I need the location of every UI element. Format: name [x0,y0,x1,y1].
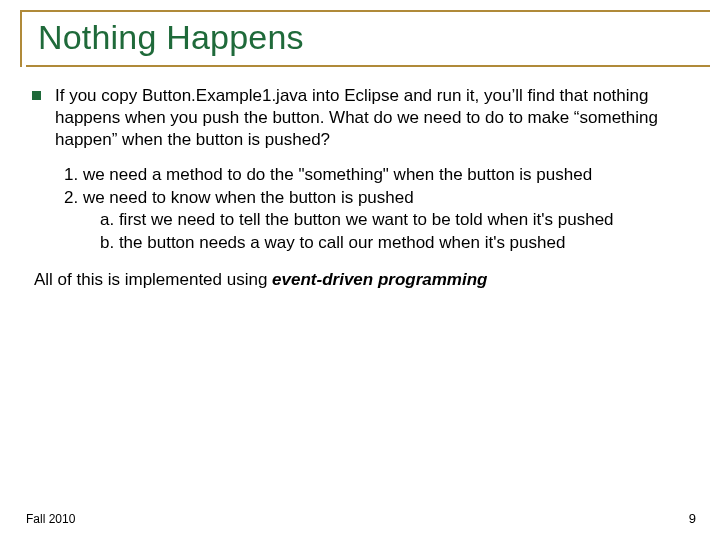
bullet-item: If you copy Button.Example1.java into Ec… [32,85,690,150]
closing-em: event-driven programming [272,270,487,289]
slide: Nothing Happens If you copy Button.Examp… [0,0,720,540]
closing-line: All of this is implemented using event-d… [34,270,690,290]
step-1: 1. we need a method to do the "something… [64,164,690,186]
page-number: 9 [689,511,696,526]
bullet-text: If you copy Button.Example1.java into Ec… [55,85,690,150]
title-rule-bottom [26,65,710,67]
square-bullet-icon [32,91,41,100]
closing-prefix: All of this is implemented using [34,270,272,289]
numbered-block: 1. we need a method to do the "something… [64,164,690,254]
step-2a: a. first we need to tell the button we w… [64,209,690,231]
slide-title: Nothing Happens [38,18,696,57]
slide-body: If you copy Button.Example1.java into Ec… [24,85,696,290]
step-2b: b. the button needs a way to call our me… [64,232,690,254]
title-rule-top [20,10,710,12]
step-2: 2. we need to know when the button is pu… [64,187,690,209]
footer-left: Fall 2010 [26,512,75,526]
